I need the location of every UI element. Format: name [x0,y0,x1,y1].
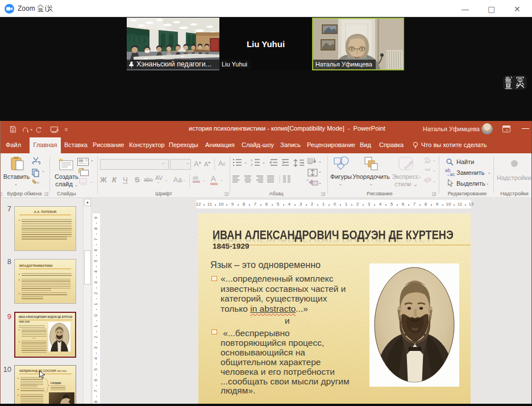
svg-text:А: А [313,158,317,164]
svg-text:1: 1 [251,158,253,162]
svg-text:2: 2 [251,163,253,166]
